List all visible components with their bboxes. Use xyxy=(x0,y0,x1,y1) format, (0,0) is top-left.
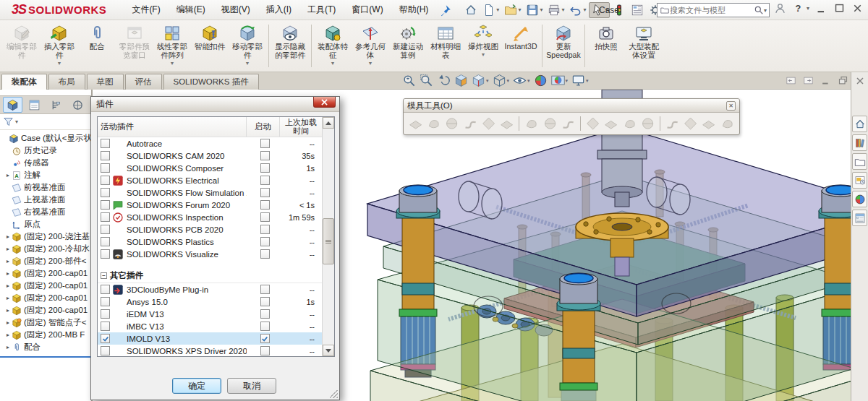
user-icon[interactable] xyxy=(774,2,786,14)
startup-checkbox[interactable] xyxy=(260,151,270,160)
ribbon-show-hidden[interactable]: 显示隐藏的零部件 xyxy=(271,22,309,70)
tree-row[interactable]: ▸(固定) 200-cap01 xyxy=(0,280,91,292)
tab-3[interactable]: 评估 xyxy=(125,74,162,90)
addin-row[interactable]: iEDM V13-- xyxy=(98,308,322,320)
apply-scene-button[interactable]: ▾ xyxy=(551,74,569,87)
tree-row[interactable]: 原点 xyxy=(0,218,91,230)
addin-checkbox[interactable] xyxy=(101,200,110,210)
startup-checkbox[interactable] xyxy=(260,249,270,259)
startup-checkbox[interactable] xyxy=(260,346,270,355)
minimize-icon[interactable] xyxy=(815,2,827,14)
ribbon-move-component[interactable]: 移动零部件▼ xyxy=(229,22,266,70)
startup-checkbox[interactable] xyxy=(260,176,270,185)
menu-4[interactable]: 工具(T) xyxy=(301,1,342,19)
taskpane-tab-appearances-scenes[interactable] xyxy=(852,191,867,207)
parting-line-analysis-icon[interactable] xyxy=(561,116,576,131)
addin-row[interactable]: SOLIDWORKS XPS Driver 2020-- xyxy=(98,345,322,356)
hide-show-items-button[interactable]: ▾ xyxy=(513,74,530,87)
dialog-close-button[interactable] xyxy=(313,97,336,108)
tree-row[interactable]: ▸A注解 xyxy=(0,169,91,181)
tree-row[interactable]: 历史记录 xyxy=(0,145,91,157)
ribbon-speedpak[interactable]: 更新Speedpak xyxy=(545,22,582,70)
undercut-analysis-icon[interactable] xyxy=(542,116,558,131)
knit-surface-icon[interactable] xyxy=(499,116,514,131)
startup-checkbox[interactable] xyxy=(260,297,270,306)
addin-row[interactable]: SOLIDWORKS Visualize-- xyxy=(98,248,322,260)
shut-off-surfaces-icon[interactable] xyxy=(603,116,618,131)
addin-row[interactable]: SOLIDWORKS Composer1s xyxy=(98,162,322,174)
addin-row[interactable]: IMOLD V13-- xyxy=(98,332,322,345)
menu-0[interactable]: 文件(F) xyxy=(125,1,166,19)
addin-row[interactable]: Autotrace-- xyxy=(98,137,322,150)
tooling-split-icon[interactable] xyxy=(640,116,655,131)
close-icon[interactable] xyxy=(851,2,864,14)
display-style-button[interactable]: ▾ xyxy=(493,74,510,87)
startup-checkbox[interactable] xyxy=(260,200,270,210)
startup-checkbox[interactable] xyxy=(260,163,270,173)
filled-surface-icon[interactable] xyxy=(481,116,496,131)
addin-checkbox[interactable] xyxy=(101,176,110,185)
addin-group-row[interactable]: −其它插件 xyxy=(98,269,322,283)
scroll-up-icon[interactable] xyxy=(323,117,334,129)
startup-checkbox[interactable] xyxy=(260,225,270,234)
planar-surface-icon[interactable] xyxy=(408,116,423,131)
ribbon-assembly-features[interactable]: 装配体特征▼ xyxy=(314,22,352,70)
panel-tab-dimxpert[interactable] xyxy=(68,97,88,113)
panel-tab-featuremanager[interactable] xyxy=(3,97,22,113)
undo-button[interactable]: ▾ xyxy=(567,2,588,18)
tree-row[interactable]: 传感器 xyxy=(0,157,91,169)
addin-row[interactable]: SOLIDWORKS PCB 2020-- xyxy=(98,223,322,236)
addin-row[interactable]: SOLIDWORKS Plastics-- xyxy=(98,236,322,248)
ribbon-insert-component[interactable]: 插入零部件▼ xyxy=(41,22,78,70)
tree-row[interactable]: Case (默认<显示状态 xyxy=(0,132,91,145)
tree-row[interactable]: ▸(固定) 智能点子< xyxy=(0,316,91,329)
search-dropdown-arrow[interactable]: ▾ xyxy=(764,7,767,14)
filter-dropdown-arrow[interactable]: ▾ xyxy=(15,118,18,125)
core-icon[interactable] xyxy=(665,116,680,131)
ribbon-motion-study[interactable]: 新建运动算例 xyxy=(389,22,427,70)
startup-checkbox[interactable] xyxy=(260,237,270,246)
ribbon-edit-component[interactable]: 编辑零部件 xyxy=(3,22,41,70)
restore-doc-icon[interactable] xyxy=(838,75,848,86)
home-button[interactable] xyxy=(462,2,480,18)
tree-row[interactable]: ▸(固定) 200-冷却水 xyxy=(0,243,91,255)
offset-surface-icon[interactable] xyxy=(426,116,441,131)
tree-row[interactable]: ▸(固定) 200-部件< xyxy=(0,255,91,267)
scale-icon[interactable] xyxy=(720,116,735,131)
tree-row[interactable]: ▸(固定) 200-cap01 xyxy=(0,292,91,304)
ribbon-linear-pattern[interactable]: 线性零部件阵列▼ xyxy=(153,22,191,70)
save-button[interactable]: ▾ xyxy=(524,2,545,18)
addin-row[interactable]: SOLIDWORKS Flow Simulation 2020-- xyxy=(98,186,322,199)
search-box[interactable]: ▾ xyxy=(657,3,770,17)
scroll-down-icon[interactable] xyxy=(323,345,334,356)
ribbon-exploded-view[interactable]: 爆炸视图▼ xyxy=(464,22,502,70)
addin-checkbox[interactable] xyxy=(101,237,110,246)
menu-3[interactable]: 插入(I) xyxy=(260,1,298,19)
search-input[interactable] xyxy=(670,6,754,14)
open-button[interactable]: ▾ xyxy=(502,2,523,18)
startup-checkbox[interactable] xyxy=(260,309,270,319)
minimize-doc-icon[interactable] xyxy=(820,75,831,86)
taskpane-tab-custom-properties[interactable] xyxy=(852,210,867,226)
ribbon-snapshot[interactable]: 拍快照 xyxy=(587,22,625,70)
tree-row[interactable]: 前视基准面 xyxy=(0,181,91,194)
cancel-button[interactable]: 取消 xyxy=(227,378,276,394)
addin-checkbox[interactable] xyxy=(101,212,110,222)
menu-6[interactable]: 帮助(H) xyxy=(393,1,435,19)
startup-checkbox[interactable] xyxy=(260,212,270,222)
addin-checkbox[interactable] xyxy=(101,139,110,148)
zoom-area-button[interactable] xyxy=(420,74,433,87)
addin-checkbox[interactable] xyxy=(101,322,110,331)
new-doc-button[interactable]: ▾ xyxy=(480,2,501,18)
search-scope-icon[interactable] xyxy=(660,5,670,15)
menu-2[interactable]: 视图(V) xyxy=(215,1,257,19)
tree-row[interactable]: ▸配合 xyxy=(0,341,91,353)
dialog-titlebar[interactable]: 插件 xyxy=(91,97,339,112)
cavity-icon[interactable] xyxy=(683,116,698,131)
addin-checkbox[interactable] xyxy=(101,188,110,197)
tree-filter-row[interactable]: ▾ xyxy=(0,114,91,130)
panel-tab-propertymanager[interactable] xyxy=(25,97,44,113)
addin-row[interactable]: SOLIDWORKS Forum 2020< 1s xyxy=(98,199,322,211)
addin-checkbox[interactable] xyxy=(101,334,110,343)
section-view-button[interactable] xyxy=(454,74,468,87)
